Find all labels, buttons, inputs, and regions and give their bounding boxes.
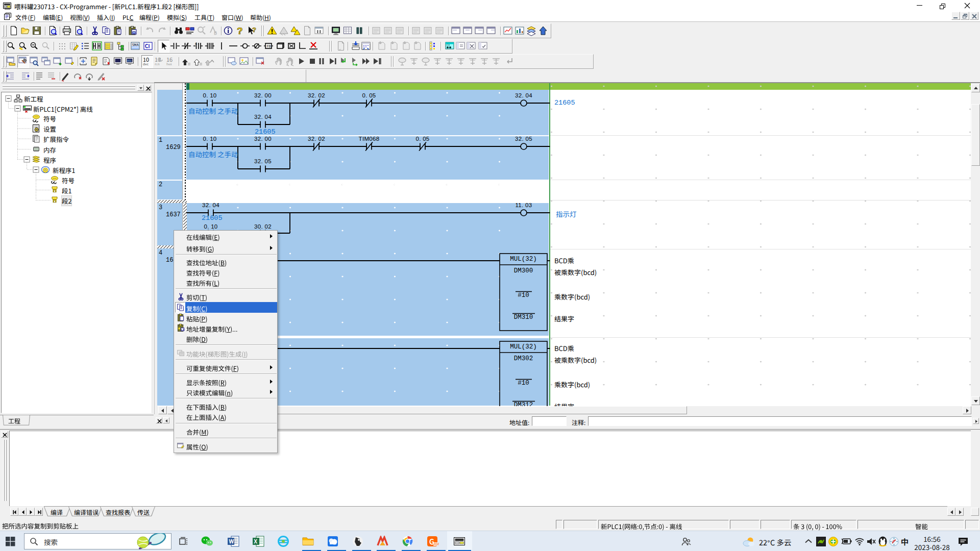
svg-text:CB: CB xyxy=(181,328,185,331)
svg-text:?: ? xyxy=(237,23,243,37)
svg-text:CX: CX xyxy=(447,43,450,46)
svg-text:?: ? xyxy=(252,24,256,34)
svg-text:PDF: PDF xyxy=(434,542,439,546)
svg-text:4: 4 xyxy=(195,41,197,46)
svg-text:W: W xyxy=(229,537,234,545)
svg-text:dec: dec xyxy=(143,61,149,66)
svg-text:hex: hex xyxy=(166,61,172,66)
svg-text:B: B xyxy=(214,30,217,36)
svg-text:SMA: SMA xyxy=(132,42,139,47)
svg-text:FB: FB xyxy=(267,43,272,48)
svg-text:001: 001 xyxy=(127,59,132,63)
svg-text:n:n: n:n xyxy=(155,61,160,66)
svg-text:CI: CI xyxy=(145,42,150,49)
svg-text:X: X xyxy=(254,537,258,545)
